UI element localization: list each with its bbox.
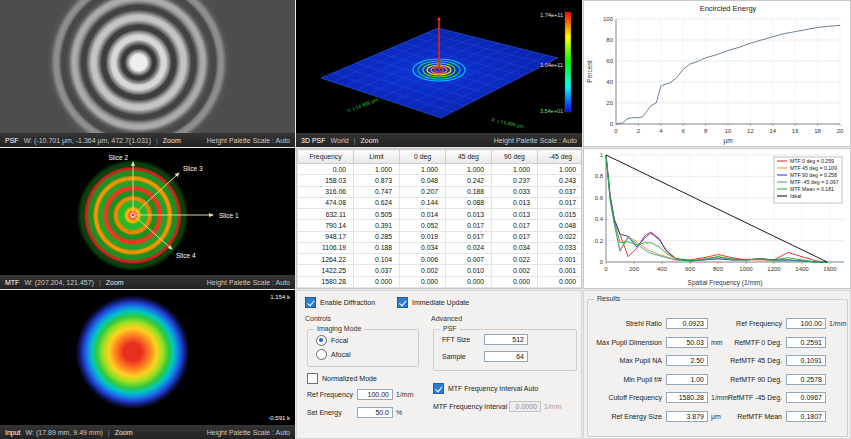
palette-scale-label: Height Palette Scale : Auto [207, 137, 290, 144]
table-cell: 0.000 [446, 276, 492, 287]
svg-text:1400: 1400 [795, 266, 809, 272]
table-cell: 0.188 [354, 242, 400, 253]
svg-text:8: 8 [704, 128, 708, 134]
table-cell: 0.013 [492, 209, 538, 220]
svg-text:0: 0 [614, 128, 618, 134]
table-row[interactable]: 948.170.2850.0190.0170.0170.022 [298, 231, 583, 242]
sample-input[interactable]: 64 [484, 351, 528, 362]
table-cell: 0.033 [538, 242, 583, 253]
svg-text:20: 20 [837, 128, 844, 134]
psf-section-label: PSF [440, 325, 460, 332]
table-cell: 0.019 [400, 231, 446, 242]
checkbox-label: Enable Diffraction [320, 299, 375, 306]
table-row[interactable]: 1106.190.1880.0340.0240.0340.033 [298, 242, 583, 253]
mtf-frequency-interval-auto-checkbox[interactable]: MTF Frequency Interval Auto [433, 383, 538, 394]
zoom-control[interactable]: Zoom [361, 137, 379, 144]
imaging-mode-radio-afocal[interactable]: Afocal [316, 349, 350, 360]
result-label: RefMTF 90 Deg. [724, 376, 782, 383]
mtf-frequency-interval-unit: 1/mm [544, 403, 562, 410]
table-cell: 0.022 [492, 254, 538, 265]
table-cell: 0.022 [538, 231, 583, 242]
table-cell: 0.010 [446, 265, 492, 276]
table-row[interactable]: 158.030.8730.0480.2420.2370.243 [298, 175, 583, 186]
table-row[interactable]: 316.060.7470.2070.1880.0330.037 [298, 186, 583, 197]
results-right-column: Ref Frequency100.001/mmRefMTF 0 Deg.0.25… [724, 318, 847, 429]
result-label: Ref Frequency [724, 320, 782, 327]
zoom-control[interactable]: Zoom [115, 429, 133, 436]
svg-text:1: 1 [600, 152, 604, 158]
imaging-mode-group: Imaging Mode FocalAfocal [307, 329, 419, 367]
ref-frequency-input[interactable]: 100.00 [357, 389, 393, 400]
sample-label: Sample [442, 353, 484, 360]
palette-scale-label: Height Palette Scale : Auto [207, 429, 290, 436]
slice-4-label: Slice 4 [176, 252, 196, 259]
result-label: Ref Energy Size [594, 413, 662, 420]
table-cell: 0.002 [400, 265, 446, 276]
table-cell: 0.001 [538, 265, 583, 276]
table-header-cell: Frequency [298, 150, 354, 164]
table-row[interactable]: 632.110.5050.0140.0130.0130.015 [298, 209, 583, 220]
slice-4-arrow[interactable] [133, 215, 172, 249]
table-cell: 0.006 [400, 254, 446, 265]
result-row: Ref Frequency100.001/mm [724, 318, 847, 329]
table-row[interactable]: 1422.250.0370.0020.0100.0020.001 [298, 265, 583, 276]
result-value: 0.0923 [666, 318, 708, 329]
normalized-mode-checkbox[interactable]: Normalized Mode [307, 373, 377, 384]
imaging-mode-radio-focal[interactable]: Focal [316, 335, 350, 346]
table-row[interactable]: 790.140.3910.0520.0170.0170.048 [298, 220, 583, 231]
immediate-update-checkbox[interactable]: Immediate Update [397, 297, 469, 308]
table-cell: 0.285 [354, 231, 400, 242]
table-cell: 0.037 [354, 265, 400, 276]
table-row[interactable]: 1264.220.1040.0060.0070.0220.001 [298, 254, 583, 265]
encircled-energy-panel: 02040608010002468101214161820Encircled E… [583, 0, 851, 147]
table-cell: 0.052 [400, 220, 446, 231]
table-cell: 1106.19 [298, 242, 354, 253]
zoom-control[interactable]: Zoom [106, 279, 124, 286]
svg-text:18: 18 [814, 128, 821, 134]
result-value: 50.03 [666, 337, 708, 348]
table-cell: 1.000 [492, 164, 538, 175]
table-cell: 0.013 [492, 197, 538, 208]
table-cell: 0.017 [446, 231, 492, 242]
result-row: RefMTF 90 Deg.0.2578 [724, 374, 847, 385]
table-cell: 0.033 [492, 186, 538, 197]
zoom-control[interactable]: Zoom [163, 137, 181, 144]
enable-diffraction-checkbox[interactable]: Enable Diffraction [305, 297, 375, 308]
set-energy-unit: % [396, 409, 402, 416]
table-row[interactable]: 1580.280.0000.0000.0000.0000.000 [298, 276, 583, 287]
slice-3-arrow[interactable] [133, 173, 179, 215]
colorbar-min-label: 3.54e+01 [540, 108, 563, 114]
svg-text:Encircled Energy: Encircled Energy [700, 4, 757, 13]
svg-text:MTF Mean = 0.181: MTF Mean = 0.181 [790, 186, 834, 192]
fft-size-input[interactable]: 512 [484, 334, 528, 345]
table-cell: 0.000 [400, 276, 446, 287]
encircled-energy-chart[interactable]: 02040608010002468101214161820Encircled E… [584, 1, 850, 146]
result-value: 0.2578 [786, 374, 826, 385]
slice-overlay: Slice 1 Slice 2 Slice 3 Slice 4 [0, 148, 295, 275]
svg-text:6: 6 [682, 128, 686, 134]
checkbox-label: MTF Frequency Interval Auto [448, 385, 538, 392]
result-unit: μm [711, 413, 721, 420]
result-label: RefMTF Mean [724, 413, 782, 420]
set-energy-input[interactable]: 50.0 [357, 407, 393, 418]
fft-size-label: FFT Size [442, 336, 484, 343]
table-row[interactable]: 474.080.6240.1440.0880.0130.017 [298, 197, 583, 208]
svg-text:0: 0 [604, 266, 608, 272]
result-label: RefMTF 0 Deg. [724, 339, 782, 346]
svg-text:μm: μm [723, 137, 732, 145]
table-cell: 0.015 [538, 209, 583, 220]
result-row: RefMTF -45 Deg.0.0967 [724, 392, 847, 403]
mtf-frequency-table-panel: FrequencyLimit0 deg45 deg90 deg-45 deg 0… [296, 148, 582, 289]
svg-text:MTF -45 deg = 0.097: MTF -45 deg = 0.097 [790, 179, 839, 185]
result-row: Max Pupil NA2.50 [594, 355, 729, 366]
svg-text:400: 400 [657, 266, 668, 272]
y-axis-label: Y: (-14.899 μm [346, 96, 379, 114]
psf-image[interactable] [0, 0, 295, 133]
cursor-readout: W: (-10.701 μm, -1.364 μm, 472.7(1.031) [24, 137, 151, 144]
table-row[interactable]: 0.001.0001.0001.0001.0001.000 [298, 164, 583, 175]
input-beam-image[interactable] [0, 290, 295, 425]
psf-3d-plot[interactable]: 1.74e+11 1.04e+11 3.54e+01 Y: (-14.899 μ… [296, 0, 582, 133]
mtf-chart[interactable]: 00.20.40.60.8102004006008001000120014001… [584, 149, 850, 288]
svg-text:200: 200 [629, 266, 640, 272]
result-value: 0.1807 [786, 411, 826, 422]
